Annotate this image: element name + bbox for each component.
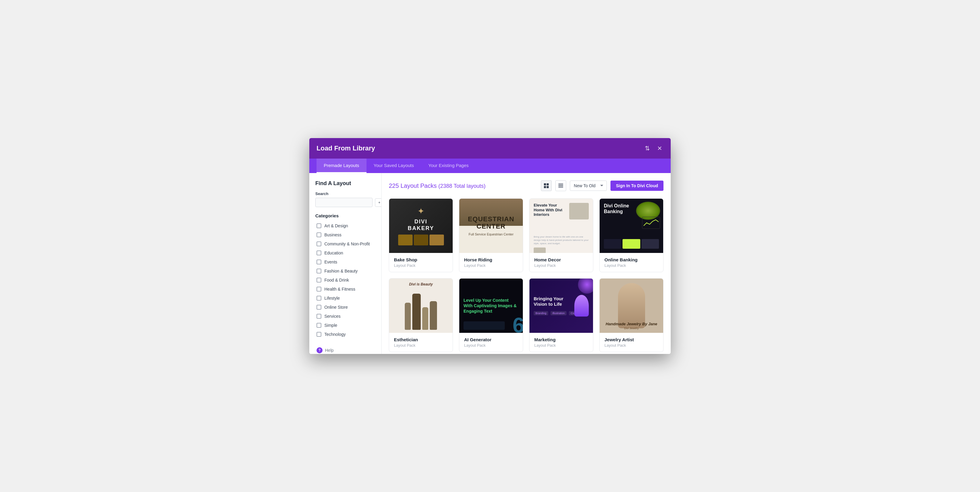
- card-name-ai-generator: AI Generator: [464, 337, 518, 342]
- category-checkbox-simple[interactable]: [317, 323, 321, 328]
- card-type-home-decor: Layout Pack: [534, 263, 588, 268]
- category-item-art-design[interactable]: Art & Design: [315, 221, 375, 230]
- card-name-esthetician: Esthetician: [394, 337, 448, 342]
- category-label-health-fitness: Health & Fitness: [325, 287, 355, 292]
- card-name-bake-shop: Bake Shop: [394, 257, 448, 262]
- homedecor-desc: Bring your dream home to life with one-o…: [534, 235, 589, 245]
- card-type-bake-shop: Layout Pack: [394, 263, 448, 268]
- tab-premade-layouts[interactable]: Premade Layouts: [317, 158, 366, 173]
- category-item-services[interactable]: Services: [315, 312, 375, 321]
- bakeshop-icon: ✦: [417, 206, 424, 216]
- layout-card-ai-generator[interactable]: Level Up Your Content With Captivating I…: [459, 278, 523, 352]
- category-item-lifestyle[interactable]: Lifestyle: [315, 294, 375, 303]
- card-thumbnail-home-decor: Elevate Your Home With Divi Interiors Br…: [530, 199, 593, 253]
- sign-in-cloud-button[interactable]: Sign In To Divi Cloud: [611, 181, 663, 191]
- card-type-online-banking: Layout Pack: [605, 263, 659, 268]
- layout-card-esthetician[interactable]: Divi is Beauty Esthetician Layout Pack: [389, 278, 453, 352]
- svg-rect-2: [544, 186, 546, 188]
- category-checkbox-community-nonprofit[interactable]: [317, 241, 321, 246]
- category-item-business[interactable]: Business: [315, 230, 375, 240]
- horse-sub: Full Service Equestrian Center: [469, 232, 514, 236]
- category-checkbox-events[interactable]: [317, 260, 321, 264]
- filter-button[interactable]: + Filter: [375, 198, 382, 207]
- modal-title: Load From Library: [317, 144, 375, 152]
- categories-list: Art & Design Business Community & Non-Pr…: [315, 221, 375, 339]
- card-thumbnail-horse-riding: EQUESTRIANCENTER Full Service Equestrian…: [459, 199, 523, 253]
- load-from-library-modal: Load From Library ⇅ ✕ Premade Layouts Yo…: [309, 138, 671, 354]
- list-view-button[interactable]: [555, 180, 566, 191]
- card-type-jewelry-artist: Layout Pack: [605, 343, 659, 348]
- category-item-online-store[interactable]: Online Store: [315, 303, 375, 312]
- category-checkbox-health-fitness[interactable]: [317, 287, 321, 292]
- layout-card-marketing[interactable]: Bringing Your Vision to Life Branding Il…: [529, 278, 593, 352]
- category-label-education: Education: [325, 251, 343, 256]
- category-item-fashion-beauty[interactable]: Fashion & Beauty: [315, 267, 375, 276]
- category-checkbox-art-design[interactable]: [317, 224, 321, 228]
- modal-header-actions: ⇅ ✕: [644, 144, 663, 153]
- category-item-health-fitness[interactable]: Health & Fitness: [315, 284, 375, 294]
- modal-header: Load From Library ⇅ ✕: [309, 138, 671, 158]
- category-checkbox-lifestyle[interactable]: [317, 296, 321, 300]
- category-label-simple: Simple: [325, 323, 337, 328]
- modal-body: Find A Layout Search + Filter Categories…: [309, 173, 671, 354]
- sidebar: Find A Layout Search + Filter Categories…: [309, 173, 382, 354]
- layout-card-horse-riding[interactable]: EQUESTRIANCENTER Full Service Equestrian…: [459, 198, 523, 272]
- layout-count-area: 225 Layout Packs (2388 Total layouts): [389, 182, 485, 189]
- card-type-ai-generator: Layout Pack: [464, 343, 518, 348]
- bottle4: [430, 301, 437, 330]
- card-name-marketing: Marketing: [534, 337, 588, 342]
- category-checkbox-education[interactable]: [317, 251, 321, 256]
- category-label-food-drink: Food & Drink: [325, 278, 349, 283]
- card-info-bake-shop: Bake Shop Layout Pack: [389, 253, 453, 272]
- category-item-events[interactable]: Events: [315, 257, 375, 267]
- grid-view-button[interactable]: [541, 180, 552, 191]
- close-button[interactable]: ✕: [656, 144, 663, 153]
- sort-select[interactable]: New To OldOld To NewAlphabetical: [570, 181, 607, 191]
- layout-count-text: 225 Layout Packs (2388 Total layouts): [389, 182, 485, 189]
- category-item-community-nonprofit[interactable]: Community & Non-Profit: [315, 240, 375, 248]
- svg-rect-1: [547, 183, 549, 185]
- category-checkbox-services[interactable]: [317, 314, 321, 319]
- svg-rect-3: [547, 186, 549, 188]
- layout-card-online-banking[interactable]: Divi OnlineBanking Online Banking Layout…: [599, 198, 663, 272]
- help-icon: ?: [317, 347, 323, 353]
- tab-saved-layouts[interactable]: Your Saved Layouts: [366, 158, 422, 173]
- category-checkbox-technology[interactable]: [317, 332, 321, 337]
- category-item-education[interactable]: Education: [315, 248, 375, 257]
- find-layout-title: Find A Layout: [315, 180, 375, 187]
- card-name-jewelry-artist: Jewelry Artist: [605, 337, 659, 342]
- bottle1: [405, 303, 411, 330]
- banking-title: Divi OnlineBanking: [604, 203, 659, 214]
- tab-existing-pages[interactable]: Your Existing Pages: [421, 158, 476, 173]
- card-name-online-banking: Online Banking: [605, 257, 659, 262]
- svg-rect-5: [558, 185, 563, 186]
- layout-card-jewelry-artist[interactable]: Handmade Jewelry By Jane Divi Jewelry Je…: [599, 278, 663, 352]
- category-checkbox-business[interactable]: [317, 232, 321, 237]
- layout-card-home-decor[interactable]: Elevate Your Home With Divi Interiors Br…: [529, 198, 593, 272]
- category-checkbox-fashion-beauty[interactable]: [317, 268, 321, 273]
- card-thumbnail-ai-generator: Level Up Your Content With Captivating I…: [459, 279, 523, 333]
- content-header: 225 Layout Packs (2388 Total layouts): [389, 180, 663, 191]
- card-info-ai-generator: AI Generator Layout Pack: [459, 333, 523, 352]
- header-controls: New To OldOld To NewAlphabetical Sign In…: [541, 180, 663, 191]
- bottle2: [412, 294, 421, 330]
- category-item-food-drink[interactable]: Food & Drink: [315, 276, 375, 284]
- help-button[interactable]: ? Help: [315, 345, 335, 354]
- category-label-business: Business: [325, 232, 342, 237]
- category-item-technology[interactable]: Technology: [315, 330, 375, 339]
- bottle3: [422, 307, 428, 330]
- search-input[interactable]: [315, 198, 372, 207]
- category-label-community-nonprofit: Community & Non-Profit: [325, 241, 370, 246]
- search-label: Search: [315, 192, 375, 196]
- category-checkbox-food-drink[interactable]: [317, 278, 321, 283]
- marketing-title: Bringing Your Vision to Life: [534, 296, 564, 307]
- category-checkbox-online-store[interactable]: [317, 305, 321, 310]
- jewelry-brand-area: Handmade Jewelry By Jane Divi Jewelry: [600, 322, 663, 330]
- marketing-figure: [574, 295, 589, 316]
- sort-icon-button[interactable]: ⇅: [644, 144, 651, 153]
- category-label-art-design: Art & Design: [325, 224, 348, 228]
- homedecor-title: Elevate Your Home With Divi Interiors: [534, 203, 564, 217]
- card-thumbnail-jewelry-artist: Handmade Jewelry By Jane Divi Jewelry: [600, 279, 663, 333]
- layout-card-bake-shop[interactable]: ✦ DIVIBAKERY Bake Shop Layout Pack: [389, 198, 453, 272]
- category-item-simple[interactable]: Simple: [315, 321, 375, 330]
